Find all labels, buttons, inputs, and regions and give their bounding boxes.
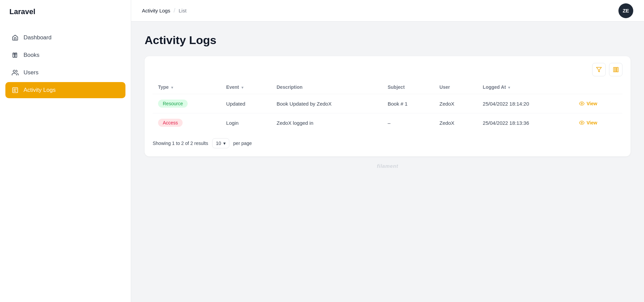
- sidebar-nav: Dashboard Books Users: [0, 24, 131, 104]
- table-toolbar: [153, 63, 622, 76]
- col-subject: Subject: [382, 80, 434, 94]
- cell-user-0: ZedoX: [434, 94, 478, 113]
- users-icon: [11, 69, 19, 76]
- books-icon: [11, 51, 19, 59]
- home-icon: [11, 34, 19, 41]
- cell-action-1: View: [574, 113, 622, 133]
- app-logo: Laravel: [0, 0, 131, 24]
- sort-icon-event: ▾: [241, 85, 243, 90]
- sidebar: Laravel Dashboard Books: [0, 0, 131, 302]
- col-logged-at[interactable]: Logged At ▾: [478, 80, 574, 94]
- filter-button[interactable]: [592, 63, 606, 76]
- type-badge-0: Resource: [158, 100, 188, 108]
- breadcrumb-page: List: [179, 8, 186, 13]
- table-row: Resource Updated Book Updated by ZedoX B…: [153, 94, 622, 113]
- table-row: Access Login ZedoX logged in – ZedoX 25/…: [153, 113, 622, 133]
- col-actions: [574, 80, 622, 94]
- cell-action-0: View: [574, 94, 622, 113]
- cell-event-1: Login: [221, 113, 271, 133]
- breadcrumb-section: Activity Logs: [142, 8, 170, 13]
- cell-type-0: Resource: [153, 94, 221, 113]
- breadcrumb: Activity Logs / List: [142, 7, 187, 14]
- per-page-chevron: ▾: [223, 141, 226, 146]
- col-user: User: [434, 80, 478, 94]
- page-content: Activity Logs: [131, 22, 644, 302]
- page-title: Activity Logs: [145, 34, 631, 47]
- svg-point-8: [581, 103, 582, 104]
- svg-point-9: [581, 122, 582, 123]
- activity-table: Type ▾ Event ▾ Description Subject User …: [153, 80, 622, 132]
- cell-event-0: Updated: [221, 94, 271, 113]
- type-badge-1: Access: [158, 119, 183, 127]
- footer-brand: filament: [145, 156, 631, 176]
- table-card: Type ▾ Event ▾ Description Subject User …: [145, 56, 631, 156]
- cell-type-1: Access: [153, 113, 221, 133]
- svg-rect-5: [613, 67, 615, 72]
- eye-icon: [579, 120, 584, 125]
- sidebar-label-books: Books: [24, 52, 39, 59]
- sort-icon-logged-at: ▾: [508, 85, 510, 90]
- pagination-summary: Showing 1 to 2 of 2 results: [153, 141, 208, 146]
- sidebar-label-dashboard: Dashboard: [24, 34, 51, 41]
- cell-logged-at-0: 25/04/2022 18:14:20: [478, 94, 574, 113]
- pagination-row: Showing 1 to 2 of 2 results 10 ▾ per pag…: [153, 132, 622, 148]
- sidebar-item-books[interactable]: Books: [5, 47, 125, 63]
- columns-button[interactable]: [609, 63, 622, 76]
- sort-icon-type: ▾: [171, 85, 173, 90]
- topbar: Activity Logs / List ZE: [131, 0, 644, 22]
- breadcrumb-separator: /: [174, 7, 175, 14]
- view-button-0[interactable]: View: [579, 101, 597, 106]
- col-type[interactable]: Type ▾: [153, 80, 221, 94]
- activity-icon: [11, 86, 19, 94]
- cell-description-0: Book Updated by ZedoX: [271, 94, 382, 113]
- col-description: Description: [271, 80, 382, 94]
- sidebar-label-users: Users: [24, 69, 38, 76]
- cell-subject-0: Book # 1: [382, 94, 434, 113]
- main-area: Activity Logs / List ZE Activity Logs: [131, 0, 644, 302]
- sidebar-label-activity-logs: Activity Logs: [24, 87, 55, 93]
- cell-logged-at-1: 25/04/2022 18:13:36: [478, 113, 574, 133]
- cell-description-1: ZedoX logged in: [271, 113, 382, 133]
- svg-rect-7: [617, 67, 618, 72]
- view-button-1[interactable]: View: [579, 120, 597, 125]
- cell-user-1: ZedoX: [434, 113, 478, 133]
- per-page-value: 10: [216, 141, 221, 146]
- per-page-label: per page: [233, 141, 252, 146]
- sidebar-item-dashboard[interactable]: Dashboard: [5, 30, 125, 46]
- col-event[interactable]: Event ▾: [221, 80, 271, 94]
- svg-rect-1: [15, 53, 17, 57]
- svg-rect-6: [615, 67, 617, 72]
- svg-rect-0: [13, 53, 14, 57]
- svg-marker-4: [597, 67, 602, 72]
- sidebar-item-activity-logs[interactable]: Activity Logs: [5, 82, 125, 98]
- svg-point-2: [13, 70, 15, 73]
- cell-subject-1: –: [382, 113, 434, 133]
- eye-icon: [579, 101, 584, 106]
- avatar[interactable]: ZE: [618, 3, 633, 18]
- per-page-select[interactable]: 10 ▾: [212, 138, 229, 148]
- sidebar-item-users[interactable]: Users: [5, 65, 125, 81]
